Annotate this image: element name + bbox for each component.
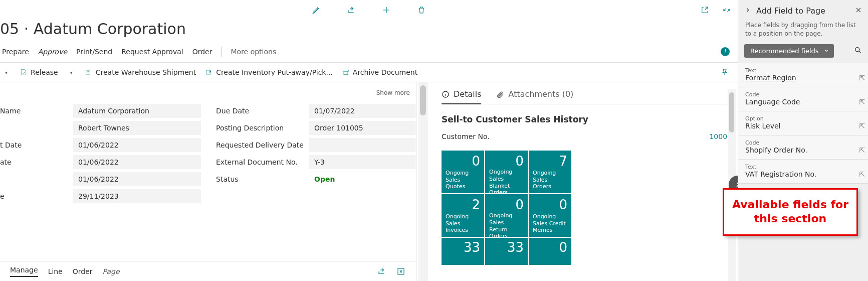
dots	[64, 179, 69, 180]
factbox-tab-attachments[interactable]: Attachments (0)	[496, 89, 573, 99]
action-prepare[interactable]: Prepare	[2, 48, 29, 56]
field-item-format-region[interactable]: Text Format Region ⇱	[738, 63, 868, 87]
field-label: External Document No.	[216, 158, 296, 166]
status-value	[309, 172, 416, 186]
add-icon[interactable]	[381, 5, 391, 15]
action-print-send[interactable]: Print/Send	[76, 48, 112, 56]
contact-input[interactable]	[73, 121, 201, 135]
field-item-vat-registration-no[interactable]: Text VAT Registration No. ⇱	[738, 160, 868, 184]
customer-name-input[interactable]	[73, 104, 201, 118]
dots	[280, 111, 305, 111]
field-item-language-code[interactable]: Code Language Code ⇱	[738, 87, 868, 111]
field-item-shopify-order-no[interactable]: Code Shopify Order No. ⇱	[738, 135, 868, 160]
panel-title: Add Field to Page	[756, 6, 825, 16]
add-field-icon[interactable]: ⇱	[859, 98, 865, 106]
dots	[280, 128, 305, 128]
close-icon[interactable]	[855, 6, 862, 16]
tile-ongoing-sales-blanket-orders[interactable]: 0 Ongoing Sales Blanket Orders	[485, 151, 528, 193]
dots	[64, 128, 69, 128]
popout-icon[interactable]	[700, 5, 710, 15]
tile-row3-3[interactable]: 0	[529, 238, 571, 265]
delete-icon[interactable]	[416, 5, 426, 15]
requested-delivery-date-input[interactable]	[309, 138, 416, 152]
field-label: Name	[0, 107, 60, 115]
dots	[64, 196, 69, 197]
date-input[interactable]	[73, 189, 201, 203]
tile-ongoing-sales-credit-memos[interactable]: 0 Ongoing Sales Credit Memos	[529, 194, 571, 237]
tile-ongoing-sales-quotes[interactable]: 0 Ongoing Sales Quotes	[442, 151, 484, 193]
add-field-icon[interactable]: ⇱	[859, 146, 865, 154]
action-create-whse-shipment[interactable]: Create Warehouse Shipment	[85, 68, 196, 76]
customer-no-label: Customer No.	[442, 132, 490, 140]
action-bar-primary: Prepare Approve Print/Send Request Appro…	[0, 40, 738, 62]
dots	[300, 162, 305, 163]
expand-icon[interactable]	[396, 266, 406, 276]
annotation-callout: Available fields for this section	[723, 188, 858, 236]
scrollbar-thumb[interactable]	[729, 92, 734, 132]
pin-icon[interactable]	[720, 67, 730, 77]
field-label: Requested Delivery Date	[216, 141, 296, 149]
factbox-section-title: Sell-to Customer Sales History	[442, 114, 732, 124]
action-order[interactable]: Order	[192, 48, 212, 56]
dots	[64, 162, 69, 163]
field-label: Posting Description	[216, 124, 276, 132]
field-label: Status	[216, 175, 276, 183]
chevron-down-icon[interactable]: ▾	[2, 70, 11, 75]
due-date-input[interactable]	[309, 104, 416, 118]
tab-page[interactable]: Page	[103, 267, 120, 275]
lines-subpage-tabs: Manage Line Order Page	[0, 261, 416, 281]
panel-description: Place fields by dragging from the list t…	[738, 21, 868, 44]
tile-row3-1[interactable]: 33	[442, 238, 484, 265]
action-release[interactable]: Release	[20, 68, 58, 76]
order-date-input[interactable]	[73, 172, 201, 186]
posting-description-input[interactable]	[309, 121, 416, 135]
share-icon[interactable]	[377, 266, 387, 276]
recommended-fields-dropdown[interactable]: Recommended fields	[744, 44, 834, 58]
document-date-input[interactable]	[73, 138, 201, 152]
dots	[300, 145, 305, 146]
dots	[64, 145, 69, 146]
scrollbar-thumb[interactable]	[420, 85, 426, 115]
svg-rect-0	[86, 70, 90, 74]
svg-rect-2	[343, 70, 349, 71]
divider	[221, 47, 222, 57]
action-bar-secondary: ▾ Release ▾ Create Warehouse Shipment Cr…	[0, 62, 738, 82]
field-label: Due Date	[216, 107, 276, 115]
field-label: ate	[0, 158, 60, 166]
svg-point-6	[855, 47, 859, 51]
show-more-link[interactable]: Show more	[0, 87, 416, 102]
field-item-risk-level[interactable]: Option Risk Level ⇱	[738, 111, 868, 135]
add-field-icon[interactable]: ⇱	[859, 170, 865, 178]
collapse-icon[interactable]	[722, 5, 732, 15]
action-more-options[interactable]: More options	[231, 48, 276, 56]
search-icon[interactable]	[854, 46, 862, 56]
share-icon[interactable]	[346, 5, 356, 15]
tab-order[interactable]: Order	[73, 267, 93, 275]
svg-rect-3	[344, 71, 348, 75]
add-field-panel: Add Field to Page Place fields by draggi…	[738, 0, 868, 281]
tab-line[interactable]: Line	[48, 267, 63, 275]
edit-icon[interactable]	[311, 5, 321, 15]
action-archive-document[interactable]: Archive Document	[342, 68, 417, 76]
dots	[280, 179, 305, 180]
dots	[64, 111, 69, 111]
action-create-inventory-putaway[interactable]: Create Inventory Put-away/Pick...	[205, 68, 333, 76]
tab-manage[interactable]: Manage	[10, 266, 38, 277]
info-icon[interactable]: i	[721, 47, 730, 56]
tile-row3-2[interactable]: 33	[485, 238, 528, 265]
tile-ongoing-sales-invoices[interactable]: 2 Ongoing Sales Invoices	[442, 194, 484, 237]
action-approve[interactable]: Approve	[38, 48, 67, 56]
factbox-tab-details[interactable]: Details	[442, 89, 481, 104]
tile-ongoing-sales-return-orders[interactable]: 0 Ongoing Sales Return Orders	[485, 194, 528, 237]
action-request-approval[interactable]: Request Approval	[121, 48, 183, 56]
external-document-no-input[interactable]	[309, 155, 416, 169]
field-label: t Date	[0, 141, 60, 149]
scrollbar[interactable]	[418, 82, 427, 281]
tile-ongoing-sales-orders[interactable]: 7 Ongoing Sales Orders	[529, 151, 571, 193]
field-label: e	[0, 192, 60, 200]
posting-date-input[interactable]	[73, 155, 201, 169]
add-field-icon[interactable]: ⇱	[859, 74, 865, 82]
add-field-icon[interactable]: ⇱	[859, 122, 865, 130]
chevron-right-icon[interactable]	[744, 6, 751, 16]
chevron-down-icon[interactable]: ▾	[67, 70, 76, 75]
